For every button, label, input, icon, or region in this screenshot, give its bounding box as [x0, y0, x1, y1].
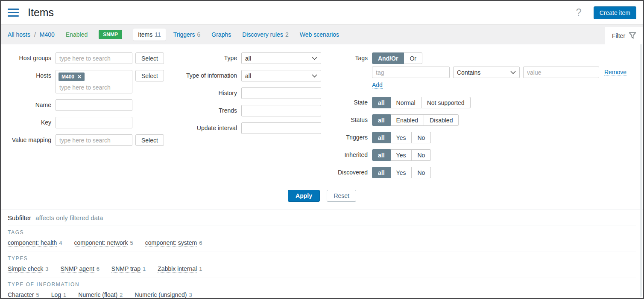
hosts-label: Hosts: [8, 70, 56, 79]
chevron-down-icon: [510, 71, 516, 74]
triggers-segmented: all Yes No: [372, 132, 431, 143]
status-all-button[interactable]: all: [372, 114, 391, 126]
tag-add-link[interactable]: Add: [372, 81, 383, 89]
trends-label: Trends: [177, 105, 241, 114]
key-input[interactable]: [56, 117, 132, 128]
tag-value-input[interactable]: [523, 67, 599, 78]
type-of-information-label: Type of information: [177, 70, 241, 79]
chevron-down-icon: [312, 57, 317, 60]
discovered-yes-button[interactable]: Yes: [391, 167, 412, 178]
tags-mode-segmented: And/Or Or: [372, 52, 422, 64]
subfilter-item: Numeric (float)2: [78, 291, 123, 299]
status-disabled-button[interactable]: Disabled: [424, 114, 459, 126]
filter-column-left: Host groups Select Hosts M400 ✕ type her…: [8, 52, 177, 184]
chip-close-icon[interactable]: ✕: [77, 74, 82, 80]
filter-funnel-icon: [629, 32, 636, 39]
tab-discovery-rules[interactable]: Discovery rules2: [242, 31, 289, 38]
update-interval-label: Update interval: [177, 122, 241, 131]
history-input[interactable]: [241, 87, 321, 99]
chevron-down-icon: [312, 74, 317, 78]
breadcrumb-all-hosts[interactable]: All hosts: [8, 31, 30, 38]
discovered-label: Discovered: [334, 167, 372, 176]
subfilter: Subfilter affects only filtered data TAG…: [1, 209, 643, 299]
items-count: 11: [155, 31, 161, 38]
type-of-information-select[interactable]: all: [241, 70, 321, 81]
name-input[interactable]: [56, 99, 132, 111]
subfilter-item: SNMP agent6: [61, 265, 100, 273]
triggers-count: 6: [197, 31, 201, 38]
hosts-placeholder: type here to search: [59, 84, 129, 91]
filter-tab[interactable]: Filter: [605, 27, 643, 44]
create-item-button[interactable]: Create item: [594, 6, 636, 19]
filter-actions: Apply Reset: [8, 184, 636, 209]
host-status-label: Enabled: [66, 31, 88, 38]
subfilter-item: Log1: [51, 291, 67, 299]
host-groups-select-button[interactable]: Select: [135, 52, 164, 64]
subfilter-section-type-of-information: TYPE OF INFORMATION Character5 Log1 Nume…: [8, 278, 636, 299]
help-icon[interactable]: ?: [576, 7, 582, 18]
triggers-yes-button[interactable]: Yes: [391, 132, 412, 143]
tag-filter-row: Contains Remove: [372, 67, 636, 78]
page-header: Items ? Create item: [1, 1, 643, 24]
type-label: Type: [177, 52, 241, 61]
state-normal-button[interactable]: Normal: [391, 97, 422, 108]
type-select[interactable]: all: [241, 52, 321, 64]
inherited-no-button[interactable]: No: [412, 149, 431, 161]
triggers-label: Triggers: [334, 132, 372, 141]
menu-hamburger-icon[interactable]: [8, 9, 19, 17]
status-label: Status: [334, 114, 372, 123]
triggers-no-button[interactable]: No: [412, 132, 431, 143]
value-mapping-input[interactable]: [56, 134, 132, 146]
subfilter-item: Numeric (unsigned)3: [135, 291, 192, 299]
hosts-multiselect[interactable]: M400 ✕ type here to search: [56, 70, 132, 93]
scrollbar[interactable]: [640, 26, 642, 297]
tag-remove-link[interactable]: Remove: [604, 69, 626, 76]
filter-column-middle: Type all Type of information all History: [177, 52, 334, 184]
filter-panel: Host groups Select Hosts M400 ✕ type her…: [1, 44, 643, 209]
inherited-all-button[interactable]: all: [372, 149, 391, 161]
inherited-yes-button[interactable]: Yes: [391, 149, 412, 161]
tag-name-input[interactable]: [372, 67, 450, 78]
tab-triggers[interactable]: Triggers6: [173, 31, 201, 38]
subfilter-section-types: TYPES Simple check3 SNMP agent6 SNMP tra…: [8, 252, 636, 278]
discovered-all-button[interactable]: all: [372, 167, 391, 178]
reset-button[interactable]: Reset: [327, 190, 356, 202]
state-all-button[interactable]: all: [372, 97, 391, 108]
trends-input[interactable]: [241, 105, 321, 116]
discovery-count: 2: [285, 31, 289, 38]
state-not-supported-button[interactable]: Not supported: [422, 97, 471, 108]
host-chip: M400 ✕: [59, 73, 85, 81]
status-enabled-button[interactable]: Enabled: [391, 114, 424, 126]
subfilter-item: SNMP trap1: [111, 265, 146, 273]
triggers-all-button[interactable]: all: [372, 132, 391, 143]
tag-operator-select[interactable]: Contains: [453, 67, 520, 78]
discovered-no-button[interactable]: No: [412, 167, 431, 178]
tab-graphs[interactable]: Graphs: [211, 31, 231, 38]
subfilter-title: Subfilter affects only filtered data: [8, 209, 636, 226]
update-interval-input[interactable]: [241, 122, 321, 134]
breadcrumb-host[interactable]: M400: [40, 31, 55, 38]
tab-items[interactable]: Items11: [133, 29, 166, 41]
subfilter-section-tags: TAGS component: health4 component: netwo…: [8, 226, 636, 252]
tags-label: Tags: [334, 52, 372, 61]
hosts-select-button[interactable]: Select: [135, 70, 164, 81]
discovered-segmented: all Yes No: [372, 167, 431, 178]
state-segmented: all Normal Not supported: [372, 97, 471, 108]
history-label: History: [177, 87, 241, 96]
subfilter-item: Character5: [8, 291, 39, 299]
filter-column-right: Tags And/Or Or Contains Remove Add: [334, 52, 636, 184]
subfilter-item: component: health4: [8, 239, 62, 247]
value-mapping-select-button[interactable]: Select: [135, 134, 164, 146]
apply-button[interactable]: Apply: [288, 190, 320, 202]
tab-web-scenarios[interactable]: Web scenarios: [300, 31, 339, 38]
key-label: Key: [8, 117, 56, 126]
host-groups-input[interactable]: [56, 52, 132, 64]
value-mapping-label: Value mapping: [8, 134, 56, 143]
subfilter-item: Simple check3: [8, 265, 49, 273]
breadcrumb: All hosts / M400 Enabled SNMP Items11 Tr…: [1, 24, 643, 44]
name-label: Name: [8, 99, 56, 108]
tags-mode-andor[interactable]: And/Or: [372, 52, 404, 64]
page-title: Items: [28, 6, 54, 19]
snmp-badge: SNMP: [99, 30, 122, 39]
tags-mode-or[interactable]: Or: [404, 52, 422, 64]
